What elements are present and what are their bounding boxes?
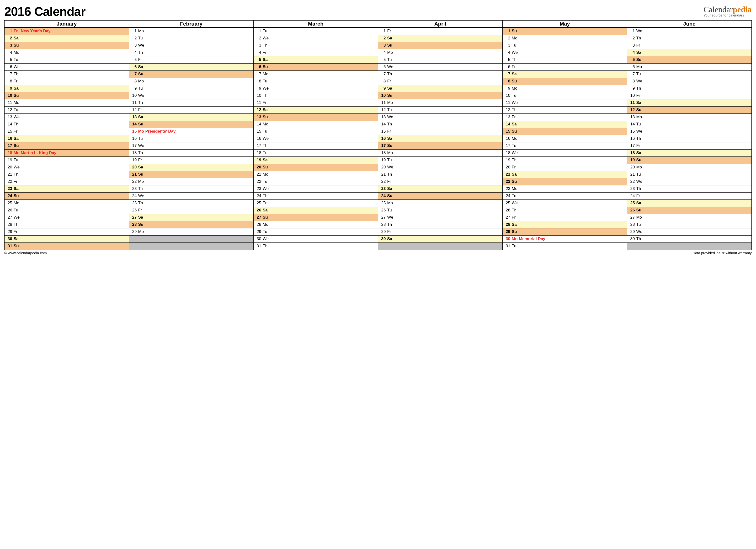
day-number: 27 [131, 215, 137, 220]
calendar-cell: 17Su [5, 142, 129, 149]
page-header: 2016 Calendar Calendarpedia Your source … [4, 4, 752, 19]
calendar-cell: 28Su [129, 221, 254, 228]
day-of-week: Th [512, 208, 518, 212]
day-number: 26 [380, 208, 386, 212]
day-number: 18 [255, 150, 261, 155]
day-number: 14 [504, 122, 510, 127]
day-number: 17 [629, 143, 635, 148]
day-number: 20 [629, 165, 635, 170]
day-of-week: Sa [512, 122, 518, 127]
day-of-week: Fr [14, 29, 20, 33]
day-number: 2 [629, 36, 635, 41]
calendar-cell: 21Mo [254, 171, 378, 178]
day-of-week: Th [263, 244, 269, 248]
day-of-week: Tu [512, 93, 518, 98]
day-of-week: Fr [14, 229, 20, 234]
day-of-week: Fr [263, 50, 269, 55]
day-of-week: Mo [138, 29, 145, 33]
day-number: 23 [255, 186, 261, 191]
day-of-week: Su [263, 115, 269, 119]
calendar-cell: 26Fr [129, 207, 254, 214]
day-number: 17 [504, 143, 510, 148]
calendar-cell: 23Sa [378, 185, 503, 192]
day-number: 9 [504, 86, 510, 91]
day-of-week: Sa [636, 150, 643, 155]
calendar-cell: 10Su [5, 92, 129, 99]
day-of-week: Sa [512, 72, 518, 76]
day-number: 28 [6, 222, 12, 227]
day-number: 5 [504, 57, 510, 62]
brand-suffix: pedia [733, 5, 752, 14]
day-number: 13 [255, 115, 261, 119]
calendar-cell: 29Su [503, 228, 627, 235]
day-number: 15 [131, 129, 137, 134]
calendar-cell: 8Fr [378, 78, 503, 85]
day-of-week: Th [387, 122, 394, 127]
calendar-cell: 9Sa [378, 85, 503, 92]
day-number: 29 [255, 229, 261, 234]
calendar-cell: 27Sa [129, 214, 254, 221]
calendar-cell: 20Fr [503, 164, 627, 171]
day-number: 17 [131, 143, 137, 148]
day-of-week: Sa [14, 36, 20, 41]
day-of-week: Mo [512, 136, 518, 141]
day-of-week: We [14, 165, 20, 170]
day-of-week: We [138, 43, 145, 48]
day-of-week: Tu [512, 43, 518, 48]
calendar-cell: 16Mo [503, 135, 627, 142]
day-of-week: Sa [138, 64, 145, 69]
day-number: 19 [629, 158, 635, 162]
day-of-week: Mo [263, 222, 269, 227]
day-of-week: We [263, 236, 269, 241]
day-number: 16 [255, 136, 261, 141]
day-of-week: Fr [387, 129, 394, 134]
calendar-cell: 25Mo [5, 199, 129, 207]
day-of-week: Fr [387, 29, 394, 33]
brand-name: Calendarpedia [703, 5, 752, 14]
day-number: 24 [629, 193, 635, 198]
day-of-week: Su [138, 222, 145, 227]
calendar-cell: 13Sa [129, 113, 254, 121]
day-number: 8 [629, 79, 635, 84]
day-number: 7 [380, 72, 386, 76]
day-of-week: We [14, 64, 20, 69]
day-of-week: Tu [636, 122, 643, 127]
calendar-cell: 6Fr [503, 63, 627, 70]
day-number: 11 [380, 100, 386, 105]
day-of-week: Tu [14, 57, 20, 62]
day-number: 15 [6, 129, 12, 134]
calendar-cell: 25Sa [627, 199, 752, 207]
calendar-cell: 15Tu [254, 128, 378, 135]
month-header: January [5, 20, 129, 27]
day-of-week: Su [512, 129, 518, 134]
calendar-cell: 2Sa [378, 35, 503, 42]
calendar-cell: 27Fr [503, 214, 627, 221]
calendar-cell: 6Su [254, 63, 378, 70]
calendar-cell: 2Tu [129, 35, 254, 42]
day-of-week: Sa [512, 222, 518, 227]
day-of-week: Th [263, 193, 269, 198]
day-number: 23 [380, 186, 386, 191]
calendar-cell: 12Th [503, 106, 627, 113]
day-number: 14 [255, 122, 261, 127]
calendar-cell: 15MoPresidents' Day [129, 128, 254, 135]
day-of-week: Sa [138, 165, 145, 170]
day-number: 27 [380, 215, 386, 220]
day-of-week: Th [636, 136, 643, 141]
day-of-week: Tu [14, 107, 20, 112]
calendar-cell: 22Tu [254, 178, 378, 185]
day-number: 15 [380, 129, 386, 134]
day-number: 29 [6, 229, 12, 234]
calendar-cell: 1Fr [378, 27, 503, 35]
calendar-cell: 8Tu [254, 78, 378, 85]
day-of-week: Th [512, 57, 518, 62]
calendar-cell: 24Su [378, 192, 503, 199]
day-number: 12 [380, 107, 386, 112]
calendar-cell: 14Tu [627, 121, 752, 128]
day-number: 24 [131, 193, 137, 198]
day-number: 14 [629, 122, 635, 127]
day-number: 8 [380, 79, 386, 84]
day-number: 26 [255, 208, 261, 212]
calendar-cell: 23Mo [503, 185, 627, 192]
day-of-week: Sa [14, 186, 20, 191]
